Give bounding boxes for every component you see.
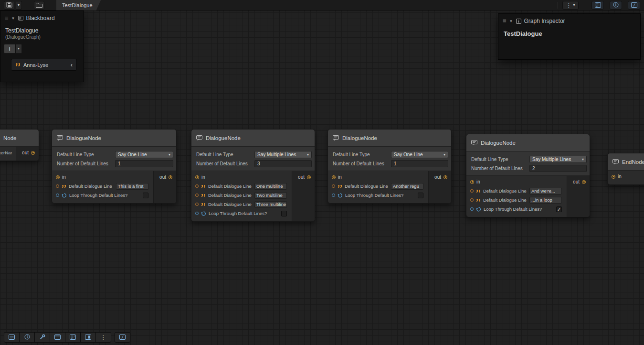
info-button[interactable] <box>19 332 35 343</box>
loop-checkbox[interactable]: ✓ <box>556 206 562 212</box>
dialogue-line-field[interactable]: Three multiline <box>254 201 287 208</box>
add-variable-dropdown[interactable]: ▾ <box>16 44 22 54</box>
out-port[interactable] <box>31 151 35 155</box>
hamburger-icon[interactable]: ≡ <box>503 19 507 23</box>
tools-button[interactable] <box>34 332 50 343</box>
dialogue-node-2[interactable]: DialogueNode Default Line Type Say Multi… <box>191 129 315 222</box>
string-port[interactable] <box>56 184 59 188</box>
out-port[interactable] <box>307 175 311 179</box>
graph-canvas[interactable]: Node kerName out DialogueNode Default <box>0 0 644 345</box>
dialogue-node-icon <box>333 135 339 141</box>
toolbar-divider <box>558 2 558 9</box>
node-title[interactable]: DialogueNode <box>191 129 315 147</box>
chevron-down-icon: ▾ <box>443 152 445 157</box>
bool-port[interactable] <box>470 207 474 211</box>
dialogue-line-field[interactable]: And we're... <box>529 188 562 194</box>
quote-icon <box>338 184 342 188</box>
string-port[interactable] <box>470 189 474 193</box>
blackboard-button[interactable] <box>65 332 81 343</box>
blackboard-icon <box>18 16 23 21</box>
bool-port[interactable] <box>332 194 335 197</box>
variable-name: Anna-Lyse <box>23 62 68 68</box>
loop-checkbox[interactable] <box>143 193 148 198</box>
string-port[interactable] <box>470 198 474 202</box>
blackboard-toggle-button[interactable] <box>591 1 604 10</box>
breadcrumb-tab[interactable]: TestDialogue <box>56 0 101 11</box>
script-button[interactable] <box>115 332 130 343</box>
blackboard-variable[interactable]: Anna-Lyse ‹ <box>11 59 77 71</box>
window-icon <box>54 333 61 342</box>
bool-port[interactable] <box>195 212 199 215</box>
dialogue-node-1[interactable]: DialogueNode Default Line Type Say One L… <box>52 129 177 204</box>
string-port[interactable] <box>195 203 199 206</box>
collapse-arrow-icon[interactable]: ▼ <box>509 19 513 23</box>
bool-port[interactable] <box>56 194 59 197</box>
node-title[interactable]: DialogueNode <box>52 129 176 147</box>
node-title[interactable]: EndNode <box>608 153 644 171</box>
port-label: Default Dialogue Line <box>345 183 389 189</box>
port-label: Loop Through Default Lines? <box>69 193 140 198</box>
end-node[interactable]: EndNode in <box>607 153 644 185</box>
line-type-dropdown[interactable]: Say Multiple Lines ▾ <box>254 151 312 158</box>
node-title[interactable]: DialogueNode <box>466 134 590 151</box>
num-lines-field[interactable]: 1 <box>391 160 448 167</box>
inspector-toggle-button[interactable] <box>610 1 622 10</box>
dialogue-node-4[interactable]: DialogueNode Default Line Type Say Multi… <box>466 134 590 217</box>
line-type-dropdown[interactable]: Say One Line ▾ <box>391 151 448 158</box>
display-button[interactable] <box>80 332 96 343</box>
in-port[interactable] <box>612 175 615 179</box>
port-label: out <box>298 174 305 180</box>
out-port[interactable] <box>443 175 447 179</box>
add-variable-button[interactable]: + <box>4 44 15 54</box>
blackboard-header[interactable]: ≡ ▼ Blackboard <box>0 11 84 23</box>
collapse-chevron-icon[interactable]: ‹ <box>71 61 73 68</box>
chevron-down-icon: ▾ <box>573 3 575 7</box>
string-port[interactable] <box>195 184 199 188</box>
save-icon <box>6 1 12 10</box>
loop-checkbox[interactable] <box>418 193 423 198</box>
script-toggle-button[interactable] <box>628 1 640 10</box>
window-button[interactable] <box>50 332 65 343</box>
loop-icon <box>201 211 206 216</box>
num-lines-field[interactable]: 1 <box>115 160 173 167</box>
dropdown-value: Say Multiple Lines <box>257 152 305 157</box>
out-port[interactable] <box>582 180 586 184</box>
in-port[interactable] <box>195 175 199 179</box>
in-port[interactable] <box>56 175 60 179</box>
inspector-header[interactable]: ≡ ▼ Graph Inspector <box>498 14 640 26</box>
string-port[interactable] <box>332 184 335 188</box>
line-type-dropdown[interactable]: Say One Line ▾ <box>115 151 173 158</box>
out-port[interactable] <box>169 175 172 179</box>
dialogue-line-field[interactable]: This is a first <box>116 183 148 190</box>
options-menu-button[interactable]: ⋮ ▾ <box>562 1 579 10</box>
node-title[interactable]: Node <box>0 129 39 147</box>
dialogue-line-field[interactable]: ...in a loop <box>529 197 562 204</box>
dialogue-line-field[interactable]: One multiline <box>254 183 287 190</box>
in-port[interactable] <box>332 175 336 179</box>
more-button[interactable]: ⋮ <box>95 332 111 343</box>
dialogue-node-3[interactable]: DialogueNode Default Line Type Say One L… <box>327 129 452 204</box>
num-lines-field[interactable]: 2 <box>529 165 587 172</box>
node-title[interactable]: DialogueNode <box>328 129 451 147</box>
open-asset-button[interactable] <box>34 1 44 10</box>
save-dropdown-button[interactable]: ▾ <box>16 1 22 10</box>
string-port[interactable] <box>195 194 199 197</box>
dialogue-line-field[interactable]: Another regu <box>391 183 423 190</box>
num-lines-field[interactable]: 3 <box>254 160 312 167</box>
hamburger-icon[interactable]: ≡ <box>5 16 9 21</box>
port-label: Default Dialogue Line 2 <box>208 193 252 198</box>
in-port[interactable] <box>470 180 474 184</box>
loop-checkbox[interactable] <box>281 211 287 216</box>
graph-inspector-panel: ≡ ▼ Graph Inspector TestDialogue <box>498 13 641 60</box>
blackboard-toggle-icon <box>595 1 601 10</box>
collapse-arrow-icon[interactable]: ▼ <box>11 16 15 21</box>
chevron-down-icon: ▾ <box>169 152 170 157</box>
line-type-dropdown[interactable]: Say Multiple Lines ▾ <box>529 156 587 163</box>
display-icon <box>85 333 91 342</box>
blackboard-graph-type: (DialogueGraph) <box>0 34 84 40</box>
console-button[interactable] <box>4 332 20 343</box>
speaker-node-partial[interactable]: Node kerName out <box>0 129 39 161</box>
panel-title: Blackboard <box>26 15 55 22</box>
save-button[interactable] <box>4 1 14 10</box>
dialogue-line-field[interactable]: Two multiline <box>254 192 287 199</box>
